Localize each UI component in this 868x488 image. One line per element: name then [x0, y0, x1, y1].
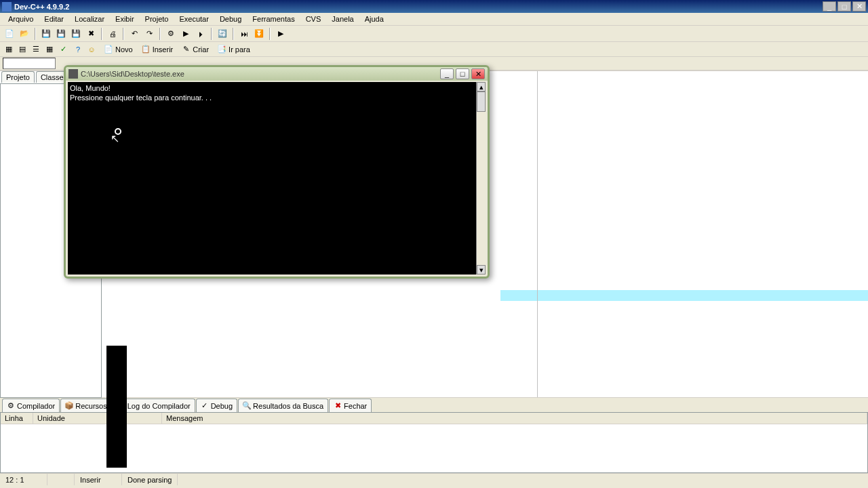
minimize-button[interactable]: _ [823, 1, 836, 12]
margin-line [537, 71, 538, 397]
view-large-icon[interactable]: ▦ [3, 43, 15, 56]
menu-ajuda[interactable]: Ajuda [359, 14, 389, 24]
btab-recursos[interactable]: 📦Recursos [60, 399, 111, 412]
status-position: 12 : 1 [0, 474, 47, 485]
novo-button[interactable]: 📄Novo [100, 43, 136, 56]
redo-icon[interactable]: ↷ [142, 27, 156, 41]
menu-executar[interactable]: Executar [174, 14, 214, 24]
new-icon: 📄 [104, 45, 113, 54]
close-tab-icon: ✖ [334, 402, 342, 410]
open-icon[interactable]: 📂 [18, 27, 31, 41]
compile-run-icon[interactable]: ⏵ [194, 27, 208, 41]
menu-arquivo[interactable]: Arquivo [3, 14, 39, 24]
inserir-button[interactable]: 📋Inserir [138, 43, 177, 56]
console-scrollbar[interactable]: ▴ ▾ [476, 82, 486, 274]
save-as-icon[interactable]: 💾 [69, 27, 83, 41]
menu-debug[interactable]: Debug [214, 14, 247, 24]
console-maximize-button[interactable]: □ [456, 68, 469, 79]
col-mensagem[interactable]: Mensagem [162, 413, 867, 424]
bottom-tabs: ⚙Compilador 📦Recursos 📊Log do Compilador… [0, 397, 868, 412]
about-icon[interactable]: ☺ [85, 43, 98, 56]
debug-step-icon[interactable]: ⏭ [237, 27, 251, 41]
btab-resultados[interactable]: 🔍Resultados da Busca [238, 399, 328, 412]
menu-ferramentas[interactable]: Ferramentas [247, 14, 300, 24]
menu-bar: Arquivo Editar Localizar Exibir Projeto … [0, 13, 868, 26]
status-mode: Inserir [75, 474, 122, 485]
current-line-highlight [500, 290, 868, 301]
view-detail-icon[interactable]: ▦ [43, 43, 56, 56]
tab-projeto[interactable]: Projeto [1, 71, 35, 83]
status-message: Done parsing [122, 474, 178, 485]
debug-icon: ✓ [201, 402, 209, 410]
console-line2: Pressione qualquer tecla para continuar.… [70, 94, 212, 102]
scroll-thumb[interactable] [477, 92, 486, 112]
scroll-down-icon[interactable]: ▾ [477, 265, 486, 274]
menu-localizar[interactable]: Localizar [69, 14, 110, 24]
compiler-output-grid[interactable]: Linha Unidade Mensagem [0, 412, 868, 473]
toolbar-secondary: ▦ ▤ ☰ ▦ ✓ ? ☺ 📄Novo 📋Inserir ✎Criar 📑Ir … [0, 42, 868, 57]
console-title: C:\Users\Sid\Desktop\teste.exe [81, 70, 440, 78]
view-list-icon[interactable]: ☰ [30, 43, 42, 56]
print-icon[interactable]: 🖨 [106, 27, 119, 41]
menu-exibir[interactable]: Exibir [110, 14, 140, 24]
console-window[interactable]: C:\Users\Sid\Desktop\teste.exe _ □ ✕ Ola… [64, 65, 490, 279]
save-all-icon[interactable]: 💾 [54, 27, 68, 41]
resources-icon: 📦 [65, 402, 73, 410]
console-line1: Ola, Mundo! [70, 84, 111, 92]
status-bar: 12 : 1 Inserir Done parsing [0, 473, 868, 485]
status-modified [47, 474, 75, 485]
run-icon[interactable]: ▶ [179, 27, 193, 41]
debug-into-icon[interactable]: ⏬ [252, 27, 266, 41]
maximize-button[interactable]: □ [837, 1, 851, 12]
main-titlebar: Dev-C++ 4.9.9.2 _ □ ✕ [0, 0, 868, 13]
irpara-button[interactable]: 📑Ir para [214, 43, 254, 56]
btab-fechar[interactable]: ✖Fechar [329, 399, 372, 412]
help-icon[interactable]: ? [72, 43, 84, 56]
console-close-button[interactable]: ✕ [471, 68, 485, 79]
search-results-icon: 🔍 [243, 402, 251, 410]
app-icon [2, 2, 12, 12]
create-icon: ✎ [181, 45, 191, 54]
check-icon[interactable]: ✓ [57, 43, 69, 56]
debug-run-icon[interactable]: ▶ [274, 27, 288, 41]
btab-compilador[interactable]: ⚙Compilador [2, 399, 60, 412]
close-file-icon[interactable]: ✖ [84, 27, 98, 41]
view-small-icon[interactable]: ▤ [16, 43, 28, 56]
scroll-up-icon[interactable]: ▴ [477, 82, 486, 92]
col-unidade[interactable]: Unidade [33, 413, 162, 424]
search-input[interactable] [3, 58, 56, 69]
gutter-artifact [106, 346, 127, 468]
menu-editar[interactable]: Editar [39, 14, 69, 24]
compiler-icon: ⚙ [7, 402, 15, 410]
console-app-icon [68, 69, 78, 79]
console-output[interactable]: Ola, Mundo! Pressione qualquer tecla par… [68, 82, 486, 274]
menu-projeto[interactable]: Projeto [140, 14, 174, 24]
save-icon[interactable]: 💾 [39, 27, 53, 41]
menu-janela[interactable]: Janela [326, 14, 359, 24]
new-file-icon[interactable]: 📄 [3, 27, 16, 41]
goto-icon: 📑 [217, 45, 226, 54]
console-minimize-button[interactable]: _ [440, 68, 454, 79]
toolbar-main: 📄 📂 💾 💾 💾 ✖ 🖨 ↶ ↷ ⚙ ▶ ⏵ 🔄 ⏭ ⏬ ▶ [0, 26, 868, 42]
app-title: Dev-C++ 4.9.9.2 [14, 3, 823, 11]
menu-cvs[interactable]: CVS [300, 14, 327, 24]
undo-icon[interactable]: ↶ [127, 27, 141, 41]
btab-debug[interactable]: ✓Debug [196, 399, 237, 412]
close-button[interactable]: ✕ [852, 1, 866, 12]
criar-button[interactable]: ✎Criar [178, 43, 212, 56]
insert-icon: 📋 [141, 45, 151, 54]
col-linha[interactable]: Linha [1, 413, 33, 424]
console-titlebar[interactable]: C:\Users\Sid\Desktop\teste.exe _ □ ✕ [66, 67, 488, 81]
rebuild-icon[interactable]: 🔄 [216, 27, 229, 41]
compile-icon[interactable]: ⚙ [164, 27, 178, 41]
